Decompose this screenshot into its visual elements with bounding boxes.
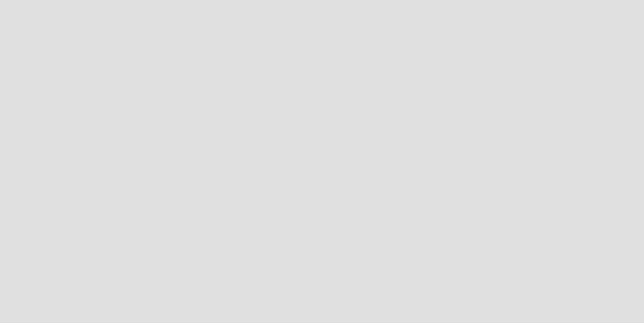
main-grid: [0, 0, 644, 323]
